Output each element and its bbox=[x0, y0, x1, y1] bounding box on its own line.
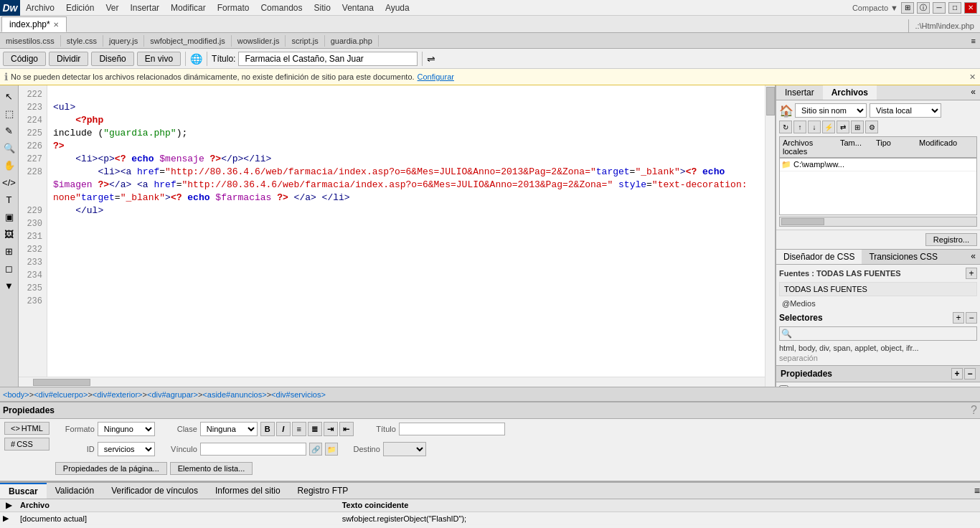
files-sync-btn[interactable]: ⇄ bbox=[837, 121, 849, 133]
window-minimize-btn[interactable]: ─ bbox=[933, 2, 946, 14]
css-panel-collapse[interactable]: « bbox=[966, 250, 980, 264]
tool-zoom[interactable]: 🔍 bbox=[1, 140, 17, 156]
fuentes-add-btn[interactable]: + bbox=[966, 268, 977, 279]
tool-hand[interactable]: ✋ bbox=[1, 157, 17, 173]
en-vivo-button[interactable]: En vivo bbox=[137, 52, 181, 66]
prop-ul-btn[interactable]: ≡ bbox=[292, 422, 306, 436]
prop-ol-btn[interactable]: ≣ bbox=[308, 422, 322, 436]
bottom-row-1[interactable]: ▶ [documento actual] swfobject.registerO… bbox=[0, 512, 980, 525]
file-tab-swfobject[interactable]: swfobject_modified.js bbox=[144, 35, 232, 47]
window-maximize-btn[interactable]: □ bbox=[948, 2, 961, 14]
prop-formato-select[interactable]: Ninguno bbox=[98, 422, 155, 436]
v-scroll-thumb[interactable] bbox=[766, 87, 775, 116]
titulo-input[interactable]: Farmacia el Castaño, San Juar bbox=[238, 52, 418, 66]
dividir-button[interactable]: Dividir bbox=[49, 52, 88, 66]
file-tab-guardia[interactable]: guardia.php bbox=[325, 35, 379, 47]
tool-table[interactable]: ⊞ bbox=[1, 243, 17, 259]
registro-btn[interactable]: Registro... bbox=[925, 233, 977, 246]
menu-ayuda[interactable]: Ayuda bbox=[380, 1, 415, 14]
file-tab-misestilos[interactable]: misestilos.css bbox=[0, 35, 61, 47]
file-tab-style[interactable]: style.css bbox=[61, 35, 103, 47]
bottom-tab-registro[interactable]: Registro FTP bbox=[289, 484, 357, 498]
prop-id-select[interactable]: servicios bbox=[98, 442, 155, 456]
selectores-minus-btn[interactable]: − bbox=[966, 312, 977, 324]
files-connect-btn[interactable]: ⚡ bbox=[822, 121, 835, 133]
bc-exterior[interactable]: <div#exterior> bbox=[93, 390, 143, 399]
code-lines[interactable]: <ul> <?php include ("guardia.php"); ?> <… bbox=[47, 85, 765, 377]
window-info-btn[interactable]: ⓘ bbox=[917, 2, 930, 14]
h-scroll-thumb[interactable] bbox=[33, 379, 90, 386]
file-tab-jquery[interactable]: jquery.js bbox=[103, 35, 144, 47]
menu-ventana[interactable]: Ventana bbox=[336, 1, 380, 14]
menu-sitio[interactable]: Sitio bbox=[308, 1, 336, 14]
files-expand-btn[interactable]: ⊞ bbox=[851, 121, 864, 133]
files-up-btn[interactable]: ↑ bbox=[793, 121, 806, 133]
prop-html-btn[interactable]: <> HTML bbox=[4, 422, 50, 435]
prop-titulo-input[interactable] bbox=[399, 423, 505, 435]
prop-link-btn2[interactable]: 📁 bbox=[325, 443, 338, 456]
prop-pagina-btn[interactable]: Propiedades de la página... bbox=[55, 462, 167, 475]
files-hscroll-thumb[interactable] bbox=[781, 218, 824, 225]
medios-item[interactable]: @Medios bbox=[779, 298, 977, 309]
menu-archivo[interactable]: Archivo bbox=[20, 1, 60, 14]
prop-indent-btn[interactable]: ⇥ bbox=[324, 422, 338, 436]
info-close[interactable]: ✕ bbox=[969, 72, 976, 82]
prop-italic-btn[interactable]: I bbox=[276, 422, 291, 436]
css-tab-designer[interactable]: Diseñador de CSS bbox=[776, 250, 862, 264]
prop-vinculo-input[interactable] bbox=[200, 443, 306, 456]
tool-image[interactable]: 🖼 bbox=[1, 226, 17, 242]
file-tab-script[interactable]: script.js bbox=[286, 35, 324, 47]
files-refresh-btn[interactable]: ↻ bbox=[779, 121, 792, 133]
prop-destino-select[interactable] bbox=[383, 442, 426, 456]
view-dropdown[interactable]: Vista local bbox=[870, 103, 941, 118]
right-tab-insertar[interactable]: Insertar bbox=[776, 85, 823, 100]
tool-expand[interactable]: ▼ bbox=[1, 278, 17, 293]
tool-color[interactable]: ▣ bbox=[1, 209, 17, 225]
file-tab-filter[interactable]: ≡ bbox=[967, 35, 980, 47]
selectores-search[interactable]: 🔍 bbox=[779, 326, 977, 341]
tool-insert[interactable]: ✎ bbox=[1, 123, 17, 138]
bc-body[interactable]: <body> bbox=[3, 390, 29, 399]
files-item[interactable]: 📁 C:\wamp\ww... bbox=[780, 159, 976, 171]
h-scrollbar[interactable] bbox=[19, 377, 765, 387]
menu-formato[interactable]: Formato bbox=[212, 1, 255, 14]
tool-div[interactable]: ◻ bbox=[1, 260, 17, 276]
prop-bold-btn[interactable]: B bbox=[260, 422, 275, 436]
prop-link-btn1[interactable]: 🔗 bbox=[309, 443, 322, 456]
tool-select[interactable]: ⬚ bbox=[1, 105, 17, 121]
bc-anuncios[interactable]: <aside#anuncios> bbox=[202, 390, 266, 399]
codigo-button[interactable]: Código bbox=[3, 52, 46, 66]
v-scrollbar[interactable] bbox=[765, 85, 775, 387]
bottom-settings-icon[interactable]: ≡ bbox=[974, 485, 980, 496]
bc-elcuerpo[interactable]: <div#elcuerpo> bbox=[34, 390, 88, 399]
prop-lista-btn[interactable]: Elemento de lista... bbox=[170, 462, 253, 475]
file-tab-wowslider[interactable]: wowslider.js bbox=[232, 35, 286, 47]
refresh-icon[interactable]: ⇌ bbox=[427, 53, 435, 65]
bottom-tab-vinculos[interactable]: Verificador de vínculos bbox=[103, 484, 207, 498]
menu-insertar[interactable]: Insertar bbox=[124, 1, 165, 14]
bottom-tab-validacion[interactable]: Validación bbox=[47, 484, 103, 498]
prop-css-btn[interactable]: # CSS bbox=[4, 438, 50, 451]
document-tab-close[interactable]: ✕ bbox=[53, 21, 59, 29]
bottom-tab-buscar[interactable]: Buscar bbox=[0, 483, 47, 499]
diseno-button[interactable]: Diseño bbox=[91, 52, 133, 66]
menu-modificar[interactable]: Modificar bbox=[165, 1, 212, 14]
bc-servicios[interactable]: <div#servicios> bbox=[271, 390, 326, 399]
window-icon-btn[interactable]: ⊞ bbox=[901, 2, 914, 14]
tool-format[interactable]: T bbox=[1, 192, 17, 207]
code-content[interactable]: 222 223 224 225 226 227 228 229 230 231 bbox=[19, 85, 765, 377]
files-hscrollbar[interactable] bbox=[779, 217, 977, 227]
selectores-add-btn[interactable]: + bbox=[953, 312, 964, 324]
window-close-btn[interactable]: ✕ bbox=[964, 2, 977, 14]
menu-comandos[interactable]: Comandos bbox=[255, 1, 308, 14]
css-tab-transitions[interactable]: Transiciones CSS bbox=[862, 250, 945, 264]
info-link[interactable]: Configurar bbox=[418, 72, 454, 81]
bottom-row-2[interactable]: ▶ [documento actual] swfobject.registerO… bbox=[0, 525, 980, 528]
menu-ver[interactable]: Ver bbox=[100, 1, 124, 14]
files-settings-btn[interactable]: ⚙ bbox=[865, 121, 878, 133]
fuentes-item[interactable]: TODAS LAS FUENTES bbox=[779, 282, 977, 296]
files-down-btn[interactable]: ↓ bbox=[808, 121, 821, 133]
right-prop-add-btn[interactable]: + bbox=[951, 368, 963, 380]
properties-help[interactable]: ? bbox=[971, 404, 977, 417]
right-tab-archivos[interactable]: Archivos bbox=[823, 85, 877, 100]
